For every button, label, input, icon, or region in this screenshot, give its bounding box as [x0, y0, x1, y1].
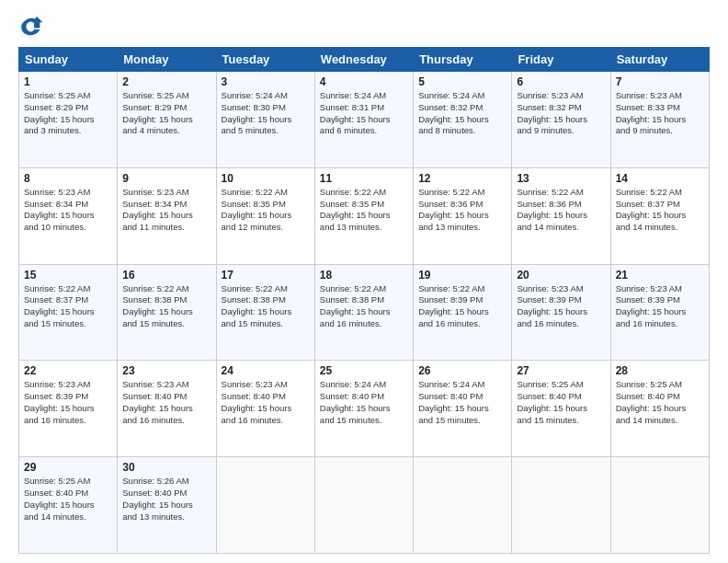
day-info: Sunrise: 5:23 AMSunset: 8:33 PMDaylight:… [616, 90, 704, 137]
week-row-4: 22Sunrise: 5:23 AMSunset: 8:39 PMDayligh… [19, 361, 710, 457]
calendar-table: SundayMondayTuesdayWednesdayThursdayFrid… [18, 47, 710, 554]
calendar-cell: 18Sunrise: 5:22 AMSunset: 8:38 PMDayligh… [314, 264, 413, 361]
calendar-cell: 8Sunrise: 5:23 AMSunset: 8:34 PMDaylight… [19, 167, 118, 264]
header-day-wednesday: Wednesday [314, 48, 413, 72]
day-number: 21 [616, 269, 704, 282]
day-number: 15 [24, 269, 112, 282]
calendar-cell: 5Sunrise: 5:24 AMSunset: 8:32 PMDaylight… [414, 72, 512, 168]
calendar-cell [512, 457, 610, 554]
calendar-cell: 28Sunrise: 5:25 AMSunset: 8:40 PMDayligh… [610, 361, 709, 457]
day-number: 18 [320, 269, 408, 282]
calendar-cell: 20Sunrise: 5:23 AMSunset: 8:39 PMDayligh… [512, 264, 610, 361]
header [18, 14, 710, 40]
calendar-cell: 30Sunrise: 5:26 AMSunset: 8:40 PMDayligh… [118, 457, 216, 554]
day-info: Sunrise: 5:22 AMSunset: 8:37 PMDaylight:… [616, 187, 704, 234]
calendar-cell [314, 457, 413, 554]
day-number: 6 [517, 75, 605, 88]
day-info: Sunrise: 5:23 AMSunset: 8:40 PMDaylight:… [122, 379, 210, 426]
day-info: Sunrise: 5:23 AMSunset: 8:34 PMDaylight:… [122, 187, 210, 234]
day-number: 30 [122, 461, 210, 474]
day-info: Sunrise: 5:24 AMSunset: 8:40 PMDaylight:… [418, 379, 506, 426]
day-number: 26 [418, 364, 506, 377]
day-info: Sunrise: 5:22 AMSunset: 8:39 PMDaylight:… [418, 283, 506, 330]
calendar-cell: 19Sunrise: 5:22 AMSunset: 8:39 PMDayligh… [414, 264, 512, 361]
week-row-5: 29Sunrise: 5:25 AMSunset: 8:40 PMDayligh… [19, 457, 710, 554]
day-info: Sunrise: 5:23 AMSunset: 8:39 PMDaylight:… [517, 283, 605, 330]
day-info: Sunrise: 5:23 AMSunset: 8:40 PMDaylight:… [222, 379, 310, 426]
day-number: 24 [222, 364, 310, 377]
header-day-monday: Monday [118, 48, 216, 72]
day-number: 27 [517, 364, 605, 377]
day-number: 11 [320, 172, 408, 185]
calendar-cell [216, 457, 314, 554]
day-info: Sunrise: 5:26 AMSunset: 8:40 PMDaylight:… [122, 476, 210, 523]
calendar-cell: 25Sunrise: 5:24 AMSunset: 8:40 PMDayligh… [314, 361, 413, 457]
day-number: 16 [122, 269, 210, 282]
header-day-tuesday: Tuesday [216, 48, 314, 72]
day-number: 14 [616, 172, 704, 185]
week-row-1: 1Sunrise: 5:25 AMSunset: 8:29 PMDaylight… [19, 72, 710, 168]
calendar-cell: 3Sunrise: 5:24 AMSunset: 8:30 PMDaylight… [216, 72, 314, 168]
calendar-cell [414, 457, 512, 554]
day-info: Sunrise: 5:22 AMSunset: 8:36 PMDaylight:… [418, 187, 506, 234]
day-info: Sunrise: 5:23 AMSunset: 8:39 PMDaylight:… [616, 283, 704, 330]
calendar-cell: 2Sunrise: 5:25 AMSunset: 8:29 PMDaylight… [118, 72, 216, 168]
header-day-friday: Friday [512, 48, 610, 72]
day-info: Sunrise: 5:22 AMSunset: 8:38 PMDaylight:… [320, 283, 408, 330]
calendar-cell: 16Sunrise: 5:22 AMSunset: 8:38 PMDayligh… [118, 264, 216, 361]
day-info: Sunrise: 5:24 AMSunset: 8:30 PMDaylight:… [222, 90, 310, 137]
calendar-cell: 13Sunrise: 5:22 AMSunset: 8:36 PMDayligh… [512, 167, 610, 264]
day-info: Sunrise: 5:25 AMSunset: 8:29 PMDaylight:… [122, 90, 210, 137]
day-number: 5 [418, 75, 506, 88]
day-info: Sunrise: 5:23 AMSunset: 8:32 PMDaylight:… [517, 90, 605, 137]
calendar-cell: 22Sunrise: 5:23 AMSunset: 8:39 PMDayligh… [19, 361, 118, 457]
day-info: Sunrise: 5:25 AMSunset: 8:40 PMDaylight:… [616, 379, 704, 426]
calendar-cell: 27Sunrise: 5:25 AMSunset: 8:40 PMDayligh… [512, 361, 610, 457]
day-info: Sunrise: 5:25 AMSunset: 8:40 PMDaylight:… [517, 379, 605, 426]
calendar-cell: 12Sunrise: 5:22 AMSunset: 8:36 PMDayligh… [414, 167, 512, 264]
calendar-cell: 24Sunrise: 5:23 AMSunset: 8:40 PMDayligh… [216, 361, 314, 457]
day-number: 29 [24, 461, 112, 474]
week-row-2: 8Sunrise: 5:23 AMSunset: 8:34 PMDaylight… [19, 167, 710, 264]
day-number: 1 [24, 75, 112, 88]
header-day-sunday: Sunday [19, 48, 118, 72]
calendar-cell: 1Sunrise: 5:25 AMSunset: 8:29 PMDaylight… [19, 72, 118, 168]
day-number: 2 [122, 75, 210, 88]
day-info: Sunrise: 5:22 AMSunset: 8:38 PMDaylight:… [122, 283, 210, 330]
calendar-cell: 23Sunrise: 5:23 AMSunset: 8:40 PMDayligh… [118, 361, 216, 457]
day-number: 23 [122, 364, 210, 377]
calendar-cell: 6Sunrise: 5:23 AMSunset: 8:32 PMDaylight… [512, 72, 610, 168]
day-number: 3 [222, 75, 310, 88]
day-info: Sunrise: 5:24 AMSunset: 8:40 PMDaylight:… [320, 379, 408, 426]
header-day-saturday: Saturday [610, 48, 709, 72]
logo [18, 14, 48, 40]
day-info: Sunrise: 5:22 AMSunset: 8:37 PMDaylight:… [24, 283, 112, 330]
day-info: Sunrise: 5:25 AMSunset: 8:40 PMDaylight:… [24, 476, 112, 523]
calendar-cell: 7Sunrise: 5:23 AMSunset: 8:33 PMDaylight… [610, 72, 709, 168]
day-info: Sunrise: 5:25 AMSunset: 8:29 PMDaylight:… [24, 90, 112, 137]
header-row: SundayMondayTuesdayWednesdayThursdayFrid… [19, 48, 710, 72]
day-info: Sunrise: 5:22 AMSunset: 8:38 PMDaylight:… [222, 283, 310, 330]
logo-icon [18, 14, 44, 40]
day-info: Sunrise: 5:23 AMSunset: 8:39 PMDaylight:… [24, 379, 112, 426]
calendar-cell: 29Sunrise: 5:25 AMSunset: 8:40 PMDayligh… [19, 457, 118, 554]
calendar-cell: 9Sunrise: 5:23 AMSunset: 8:34 PMDaylight… [118, 167, 216, 264]
day-number: 7 [616, 75, 704, 88]
calendar-cell: 4Sunrise: 5:24 AMSunset: 8:31 PMDaylight… [314, 72, 413, 168]
week-row-3: 15Sunrise: 5:22 AMSunset: 8:37 PMDayligh… [19, 264, 710, 361]
day-number: 19 [418, 269, 506, 282]
day-info: Sunrise: 5:24 AMSunset: 8:31 PMDaylight:… [320, 90, 408, 137]
day-number: 12 [418, 172, 506, 185]
day-info: Sunrise: 5:22 AMSunset: 8:35 PMDaylight:… [222, 187, 310, 234]
day-number: 9 [122, 172, 210, 185]
day-number: 13 [517, 172, 605, 185]
day-number: 22 [24, 364, 112, 377]
calendar-cell: 14Sunrise: 5:22 AMSunset: 8:37 PMDayligh… [610, 167, 709, 264]
day-info: Sunrise: 5:23 AMSunset: 8:34 PMDaylight:… [24, 187, 112, 234]
day-number: 28 [616, 364, 704, 377]
page: SundayMondayTuesdayWednesdayThursdayFrid… [0, 0, 728, 563]
day-number: 20 [517, 269, 605, 282]
day-number: 25 [320, 364, 408, 377]
day-number: 8 [24, 172, 112, 185]
calendar-cell: 15Sunrise: 5:22 AMSunset: 8:37 PMDayligh… [19, 264, 118, 361]
